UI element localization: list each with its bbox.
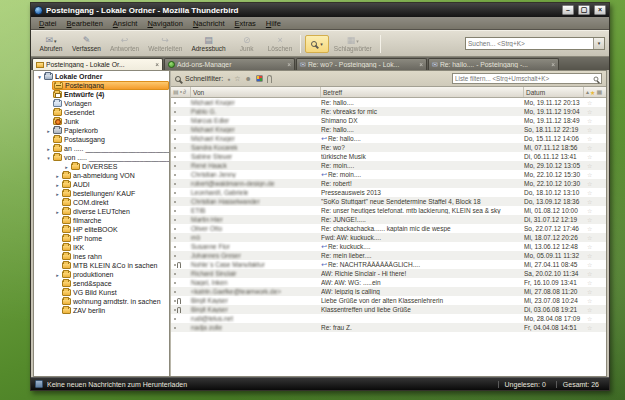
column-picker-icon[interactable]: ▦ <box>596 89 602 95</box>
folder-item-mtb-klein-co-in-sachen[interactable]: MTB KLEIN &Co in sachen <box>34 261 169 270</box>
collapsed-arrow-icon[interactable]: ▸ <box>54 272 61 278</box>
message-row-20[interactable]: Richard SinclairAW: Richie Sinclair - Hi… <box>171 269 606 278</box>
message-row-15[interactable]: Oliver OttoRe: chackachacka...... kaptai… <box>171 224 606 233</box>
message-row-14[interactable]: Martin HierRe: JUNGE!.....Di, 31.07.12 1… <box>171 215 606 224</box>
message-row-4[interactable]: Michael KrugerRe: hallo....So, 18.11.12 … <box>171 125 606 134</box>
search-dropdown-button[interactable]: ▾ <box>593 38 604 49</box>
collapsed-arrow-icon[interactable]: ▸ <box>54 191 61 197</box>
column-subject[interactable]: Betreff <box>321 87 524 97</box>
star-icon[interactable]: ☆ <box>584 171 606 178</box>
collapsed-arrow-icon[interactable]: ▸ <box>63 164 70 170</box>
maximize-button[interactable]: ▢ <box>578 5 590 15</box>
title-bar[interactable]: Posteingang - Lokale Ordner - Mozilla Th… <box>31 3 609 17</box>
message-row-16[interactable]: möFwd: AW: kuckuck....Mi, 18.07.12 20:26… <box>171 233 606 242</box>
star-icon[interactable]: ☆ <box>584 207 606 214</box>
message-row-2[interactable]: Pablo G.Re: vbreaks for micMo, 19.11.12 … <box>171 107 606 116</box>
star-icon[interactable]: ☆ <box>584 297 606 304</box>
star-icon[interactable]: ☆ <box>584 117 606 124</box>
star-icon[interactable]: ☆ <box>584 162 606 169</box>
tab-close-icon[interactable]: × <box>419 61 423 68</box>
message-row-3[interactable]: Marcus EdlerShimano DXMo, 19.11.12 18:49… <box>171 116 606 125</box>
attachment-filter-icon[interactable] <box>267 75 272 83</box>
tab-3[interactable]: ✉Re: hallo.... - Posteingang -...× <box>428 58 559 70</box>
menu-navigation[interactable]: Navigation <box>142 19 187 28</box>
message-row-8[interactable]: René HaackRe: moin....Mo, 29.10.12 13:05… <box>171 161 606 170</box>
star-icon[interactable]: ☆ <box>584 144 606 151</box>
folder-item-an-abmeldung-von[interactable]: ▸an-abmeldung VON <box>34 171 169 180</box>
folder-item-bestellungen-kauf[interactable]: ▸bestellungen/ KAUF <box>34 189 169 198</box>
folder-item-gesendet[interactable]: Gesendet <box>34 108 169 117</box>
message-row-19[interactable]: Nohle´s Case Manufaktur↩Re: NACHTRÄÄÄÄÄÄ… <box>171 260 606 269</box>
star-icon[interactable]: ☆ <box>584 306 606 313</box>
star-filter-icon[interactable]: ☆ <box>234 75 240 83</box>
tab-1[interactable]: Add-ons-Manager× <box>164 58 295 70</box>
message-row-6[interactable]: Sandra KocarekRe: wo?Mi, 07.11.12 18:56☆ <box>171 143 606 152</box>
folder-item-diverse-leutchen[interactable]: ▸diverse LEUTchen <box>34 207 169 216</box>
message-row-17[interactable]: Susanne Flor↩Re: kuckuck....Mi, 13.06.12… <box>171 242 606 251</box>
column-extras[interactable]: ▴ ★ ▦ <box>584 87 606 97</box>
star-icon[interactable]: ☆ <box>584 270 606 277</box>
star-icon[interactable]: ☆ <box>584 243 606 250</box>
folder-item-diverses[interactable]: ▸DIVERSES <box>34 162 169 171</box>
antworten-button[interactable]: ↩Antworten <box>106 32 143 55</box>
collapsed-arrow-icon[interactable]: ▸ <box>54 209 61 215</box>
star-icon[interactable]: ☆ <box>584 198 606 205</box>
folder-item-lokale-ordner[interactable]: ▾Lokale Ordner <box>34 72 169 81</box>
star-icon[interactable]: ☆ <box>584 315 606 322</box>
folder-item-papierkorb[interactable]: ▸Papierkorb <box>34 126 169 135</box>
collapsed-arrow-icon[interactable]: ▸ <box>54 173 61 179</box>
unread-filter-icon[interactable]: ● <box>227 75 230 83</box>
folder-item-ikk[interactable]: IKK <box>34 243 169 252</box>
message-row-10[interactable]: robert@waldmann-design.deRe: robert!Mo, … <box>171 179 606 188</box>
message-row-5[interactable]: Michael Kruger↩Re: hallo....Do, 15.11.12… <box>171 134 606 143</box>
message-row-12[interactable]: Christian Hasselwander"SoKo Stuttgart" n… <box>171 197 606 206</box>
folder-item-posteingang[interactable]: Posteingang <box>34 81 169 90</box>
junk-button[interactable]: ⊘Junk <box>231 32 263 55</box>
tag-filter-icon[interactable] <box>256 75 263 82</box>
tab-close-icon[interactable]: × <box>155 61 159 68</box>
tab-0[interactable]: Posteingang - Lokale Or...× <box>32 58 163 70</box>
folder-item-audi[interactable]: ▸AUDI <box>34 180 169 189</box>
message-row-1[interactable]: Michael KrugerRe: hallo....Mo, 19.11.12 … <box>171 98 606 107</box>
quick-search-button[interactable]: ▾ <box>305 35 329 53</box>
message-row-11[interactable]: Leonhardt, GabrielePresseausweis 2013Do,… <box>171 188 606 197</box>
menu-bearbeiten[interactable]: Bearbeiten <box>62 19 108 28</box>
column-icons[interactable]: ▤ ● ∂ <box>171 87 191 97</box>
tab-close-icon[interactable]: × <box>551 61 555 68</box>
collapsed-arrow-icon[interactable]: ▸ <box>45 128 52 134</box>
menu-ansicht[interactable]: Ansicht <box>108 19 143 28</box>
menu-hilfe[interactable]: Hilfe <box>261 19 286 28</box>
contact-filter-icon[interactable]: ☻ <box>244 75 251 83</box>
collapsed-arrow-icon[interactable]: ▸ <box>45 146 52 152</box>
tags-button[interactable]: ▦ ▾ Schlagwörter <box>330 32 376 55</box>
message-row-26[interactable]: nadja zolleRe: frau Z.Fr, 04.04.08 14:51… <box>171 323 606 332</box>
menu-nachricht[interactable]: Nachricht <box>188 19 230 28</box>
folder-item-wohnung-arndtstr-in-sachen[interactable]: wohnung arndtstr. in sachen <box>34 297 169 306</box>
folder-item-ines-rahn[interactable]: ines rahn <box>34 252 169 261</box>
message-row-25[interactable]: rudi@telus.netMo, 28.04.08 17:09☆ <box>171 314 606 323</box>
lschen-button[interactable]: ×Löschen <box>264 32 297 55</box>
star-icon[interactable]: ☆ <box>584 234 606 241</box>
folder-item-postausgang[interactable]: Postausgang <box>34 135 169 144</box>
expanded-arrow-icon[interactable]: ▾ <box>36 74 43 80</box>
folder-item-zav-berlin[interactable]: ZAV berlin <box>34 306 169 315</box>
menu-extras[interactable]: Extras <box>230 19 261 28</box>
folder-item-von[interactable]: ▾von ..... _____________________ <box>34 153 169 162</box>
adressbuch-button[interactable]: ▤Adressbuch <box>187 32 229 55</box>
star-icon[interactable]: ☆ <box>584 216 606 223</box>
list-filter-input[interactable] <box>455 75 593 82</box>
tab-2[interactable]: ✉Re: wo? - Posteingang - Lok...× <box>296 58 427 70</box>
message-row-23[interactable]: Birgit KayserLiebe Grüße von der alten K… <box>171 296 606 305</box>
star-icon[interactable]: ☆ <box>584 108 606 115</box>
global-search-input[interactable] <box>466 40 593 47</box>
star-icon[interactable]: ☆ <box>584 189 606 196</box>
close-button[interactable]: × <box>594 5 606 15</box>
folder-item-hp-home[interactable]: HP home <box>34 234 169 243</box>
message-row-13[interactable]: ETIBRe: unser heutiges telefonat. mtb la… <box>171 206 606 215</box>
star-icon[interactable]: ☆ <box>584 324 606 331</box>
star-icon[interactable]: ☆ <box>584 252 606 259</box>
star-icon[interactable]: ☆ <box>584 288 606 295</box>
star-icon[interactable]: ☆ <box>584 126 606 133</box>
message-row-7[interactable]: Sabine Steuertürkische MusikDi, 06.11.12… <box>171 152 606 161</box>
folder-item-hp-elitebook[interactable]: HP eliteBOOK <box>34 225 169 234</box>
